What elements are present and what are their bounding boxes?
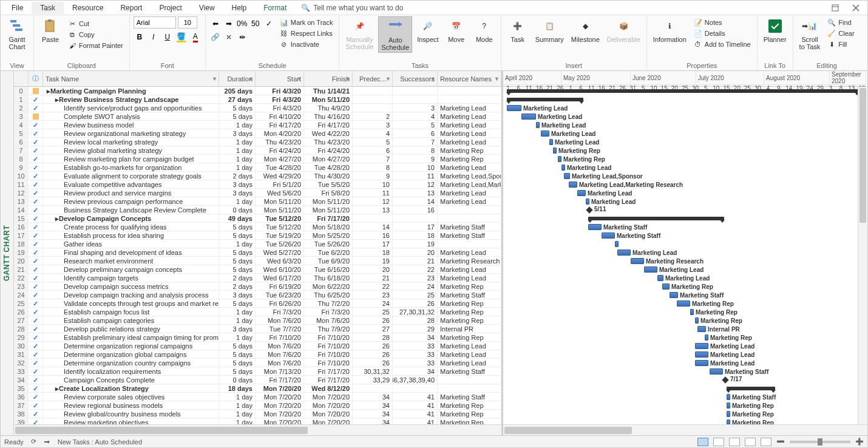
table-row[interactable]: 1✓▸Review Business Strategy Landscape27 … xyxy=(14,95,501,104)
task-insert-button[interactable]: ➕Task xyxy=(505,16,531,44)
timeline-hscroll[interactable] xyxy=(503,424,867,435)
task-bar[interactable]: Marketing Lead xyxy=(536,122,540,128)
table-row[interactable]: 33✓Identify localization requirements5 d… xyxy=(14,367,501,376)
table-row[interactable]: 7✓Review global marketing strategy1 dayF… xyxy=(14,146,501,155)
pct0-button[interactable]: 0% xyxy=(236,18,248,30)
font-size-input[interactable] xyxy=(178,16,197,29)
gantt-chart-button[interactable]: Gantt Chart xyxy=(4,16,30,52)
table-row[interactable]: 36✓Review corporate sales objectives1 da… xyxy=(14,393,501,401)
task-bar[interactable]: Marketing Lead xyxy=(695,360,708,366)
menu-file[interactable]: File xyxy=(3,2,32,14)
table-row[interactable]: 21✓Develop preliminary campaign concepts… xyxy=(14,265,501,274)
task-bar[interactable]: Internal PR xyxy=(697,326,706,332)
milestone-marker[interactable] xyxy=(586,206,592,213)
table-row[interactable]: 16✓Create process for qualifying ideas5 … xyxy=(14,223,501,231)
task-bar[interactable]: Marketing Lead xyxy=(541,131,549,137)
scroll-to-task-button[interactable]: ➡📊Scroll to Task xyxy=(797,16,823,52)
mark-on-track-button[interactable]: 📊Mark on Track xyxy=(277,18,336,27)
table-row[interactable]: 29✓Establish preliminary ideal campaign … xyxy=(14,333,501,342)
summary-insert-button[interactable]: 📋Summary xyxy=(533,16,566,44)
manually-schedule-button[interactable]: 📌 Manually Schedule xyxy=(343,16,376,52)
table-row[interactable]: 23✓Develop campaign success metrics2 day… xyxy=(14,282,501,291)
table-row[interactable]: 9✓Establish go-to-markets for organizati… xyxy=(14,163,501,172)
menu-resource[interactable]: Resource xyxy=(64,2,112,14)
deliverable-insert-button[interactable]: 📦Deliverable xyxy=(605,16,643,44)
menu-project[interactable]: Project xyxy=(151,2,190,14)
task-bar[interactable]: Marketing Lead,Sponsor xyxy=(564,173,570,179)
move-button[interactable]: 📅 Move xyxy=(444,16,469,44)
table-row[interactable]: 6✓Review local marketing strategy1 dayTh… xyxy=(14,138,501,146)
inspect-button[interactable]: 🔎 Inspect xyxy=(415,16,441,44)
summary-bar[interactable] xyxy=(507,98,583,101)
task-bar[interactable]: Marketing Lead xyxy=(695,351,708,358)
table-row[interactable]: 17✓Establish process for idea sharing5 d… xyxy=(14,231,501,240)
table-row[interactable]: 28✓Develop public relations strategy3 da… xyxy=(14,325,501,333)
task-bar[interactable]: Marketing Rep xyxy=(677,300,690,307)
table-row[interactable]: 5✓Review organizational marketing strate… xyxy=(14,129,501,138)
view-report-button[interactable] xyxy=(761,438,771,446)
split-button[interactable]: ⇹ xyxy=(236,31,248,43)
table-row[interactable]: 37✓Review regional business models1 dayM… xyxy=(14,401,501,410)
table-row[interactable]: 10✓Evaluate alignment to corporate strat… xyxy=(14,172,501,180)
summary-bar[interactable] xyxy=(507,89,859,93)
table-row[interactable]: 22✓Identify campaign targets2 daysWed 6/… xyxy=(14,274,501,282)
respect-links-button[interactable]: ⛓Respect Links xyxy=(277,29,336,38)
fill-button[interactable]: ⬇Fill xyxy=(825,39,856,49)
task-bar[interactable]: Marketing Lead,Marketing Research xyxy=(569,182,577,188)
underline-button[interactable]: U xyxy=(161,31,174,43)
task-bar[interactable]: Marketing Staff xyxy=(602,232,615,239)
col-indicators[interactable]: ⓘ xyxy=(29,71,43,86)
table-row[interactable]: 24✓Develop campaign tracking and analysi… xyxy=(14,291,501,299)
table-row[interactable]: 25✓Validate concepts through test groups… xyxy=(14,299,501,308)
task-bar[interactable]: Marketing Lead xyxy=(561,165,565,171)
details-button[interactable]: 📄Details xyxy=(691,29,753,38)
information-button[interactable]: ℹInformation xyxy=(651,16,689,44)
zoom-slider[interactable] xyxy=(790,441,850,443)
task-bar[interactable]: Marketing Lead xyxy=(644,266,657,273)
table-row[interactable]: 11✓Evaluate competitive advantages3 days… xyxy=(14,180,501,189)
zoom-in-icon[interactable]: ➕ xyxy=(855,438,864,446)
table-row[interactable]: 8✓Review marketing plan for campaign bud… xyxy=(14,155,501,163)
task-bar[interactable]: Marketing Rep xyxy=(662,283,670,290)
link-button[interactable]: 🔗 xyxy=(209,31,222,43)
task-bar[interactable]: Marketing Rep xyxy=(553,148,557,154)
menu-format[interactable]: Format xyxy=(255,2,295,14)
notes-button[interactable]: 📝Notes xyxy=(691,18,753,27)
task-bar[interactable]: Marketing Rep xyxy=(727,411,730,417)
task-bar[interactable]: Marketing Lead xyxy=(549,139,553,145)
task-bar[interactable]: Marketing Lead xyxy=(586,199,589,205)
table-row[interactable]: 30✓Determine organization regional campa… xyxy=(14,342,501,350)
task-bar[interactable]: Marketing Rep xyxy=(727,402,730,409)
task-bar[interactable]: Marketing Research xyxy=(631,258,644,264)
task-bar[interactable] xyxy=(615,241,619,247)
milestone-marker[interactable] xyxy=(722,376,728,383)
task-bar[interactable]: Marketing Lead xyxy=(657,275,663,281)
view-task-button[interactable] xyxy=(713,438,724,446)
table-row[interactable]: 13✓Review previous campaign performance1… xyxy=(14,197,501,206)
menu-report[interactable]: Report xyxy=(112,2,151,14)
milestone-insert-button[interactable]: ◆Milestone xyxy=(569,16,602,44)
grid-hscroll[interactable] xyxy=(14,424,501,435)
col-duration[interactable]: Duration▼ xyxy=(219,71,256,86)
task-bar[interactable]: Marketing Rep xyxy=(705,334,708,341)
table-row[interactable]: 38✓Review global/country business models… xyxy=(14,410,501,418)
task-bar[interactable]: Marketing Lead xyxy=(577,190,586,196)
indent-button[interactable]: ➡ xyxy=(223,18,235,30)
fill-color-button[interactable]: 🪣 xyxy=(175,31,188,43)
task-bar[interactable]: Marketing Staff xyxy=(588,224,602,230)
task-bar[interactable]: Marketing Staff xyxy=(710,368,723,375)
task-bar[interactable]: Marketing Rep xyxy=(558,156,561,162)
menu-help[interactable]: Help xyxy=(223,2,256,14)
timeline-vscroll[interactable] xyxy=(858,87,867,424)
table-row[interactable]: 35✓▸Create Localization Strategy18 daysM… xyxy=(14,384,501,393)
table-row[interactable]: 14✓Business Strategy Landscape Review Co… xyxy=(14,206,501,214)
table-row[interactable]: 3Complete SWOT analysis5 daysFri 4/10/20… xyxy=(14,112,501,121)
table-row[interactable]: 27✓Establish campaign categories1 dayMon… xyxy=(14,316,501,325)
outdent-button[interactable]: ⬅ xyxy=(209,18,222,30)
tell-me[interactable]: 🔍 Tell me what you want to do xyxy=(301,4,403,12)
col-predecessors[interactable]: Predecessors▼ xyxy=(353,71,393,86)
task-bar[interactable]: Marketing Lead xyxy=(695,343,708,349)
table-row[interactable]: 26✓Establish campaign focus list1 dayFri… xyxy=(14,308,501,316)
col-successors[interactable]: Successors▼ xyxy=(393,71,438,86)
format-painter-button[interactable]: 🖌Format Painter xyxy=(66,41,126,50)
